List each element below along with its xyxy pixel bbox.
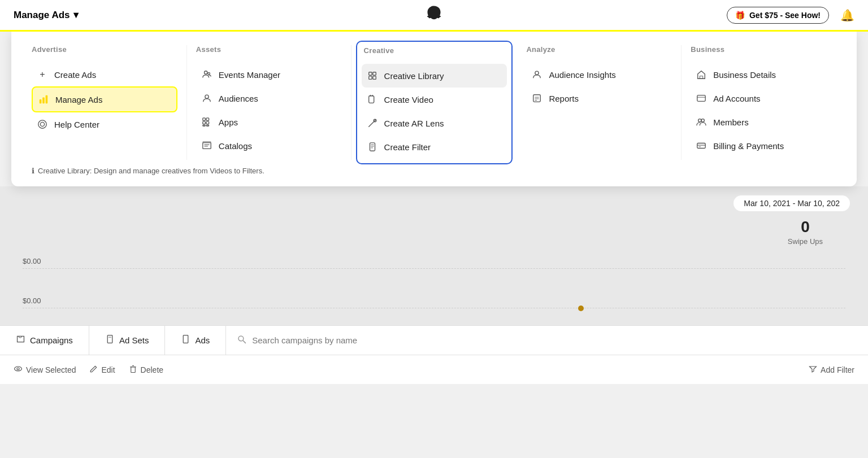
view-selected-button[interactable]: View Selected [14,364,76,375]
info-icon: ℹ [32,167,34,175]
svg-rect-1 [42,97,45,103]
catalogs-label: Catalogs [219,141,252,151]
ad-accounts-label: Ad Accounts [713,94,760,103]
manage-ads-label: Manage Ads [55,95,102,104]
campaigns-label: Campaigns [30,335,73,345]
apps-item[interactable]: Apps [196,110,342,134]
promo-button[interactable]: 🎁 Get $75 - See How! [727,7,829,24]
audiences-item[interactable]: Audiences [196,86,342,110]
reports-label: Reports [549,94,579,103]
advertise-title: Advertise [32,45,177,54]
business-column: Business Business Details Ad Ac [682,45,845,160]
svg-point-5 [204,71,207,74]
svg-rect-16 [368,72,371,75]
members-label: Members [713,117,749,127]
edit-icon [89,365,98,375]
svg-rect-42 [107,335,112,343]
reports-item[interactable]: Reports [526,86,672,110]
ad-accounts-item[interactable]: Ad Accounts [691,86,836,110]
add-filter-label: Add Filter [821,365,854,374]
create-ar-lens-icon [366,117,379,129]
audience-insights-label: Audience Insights [549,70,615,80]
swipe-ups-area: 0 Swipe Ups [0,218,868,246]
create-filter-item[interactable]: Create Filter [362,135,507,159]
delete-button[interactable]: Delete [129,365,163,375]
chart-dashed-line-2 [23,308,845,308]
creative-library-hint: ℹ Creative Library: Design and manage cr… [32,167,836,175]
svg-point-37 [698,119,701,122]
edit-button[interactable]: Edit [89,365,115,375]
create-video-label: Create Video [384,95,433,104]
campaign-search-input[interactable] [252,335,857,345]
members-item[interactable]: Members [691,110,836,134]
manage-ads-label: Manage Ads [14,10,70,21]
svg-rect-0 [40,99,42,103]
advertise-column: Advertise + Create Ads Manage Ads [23,45,187,160]
swipe-ups-box: 0 Swipe Ups [788,218,823,246]
date-range[interactable]: Mar 10, 2021 - Mar 10, 202 [734,195,850,211]
help-icon [36,118,49,130]
business-details-item[interactable]: Business Details [691,63,836,86]
manage-ads-item[interactable]: Manage Ads [32,86,177,112]
ad-sets-tab[interactable]: Ad Sets [89,326,166,355]
hint-text: Creative Library: Design and manage crea… [38,167,264,175]
create-video-item[interactable]: Create Video [362,88,507,111]
svg-point-6 [208,72,210,75]
nav-dropdown: Advertise + Create Ads Manage Ads [11,32,857,186]
bar-chart-icon [37,93,50,106]
create-filter-label: Create Filter [384,142,431,152]
billing-payments-item[interactable]: Billing & Payments [691,134,836,158]
ad-accounts-icon [695,92,708,104]
business-details-icon [695,68,708,81]
campaigns-tab[interactable]: Campaigns [0,326,89,355]
create-ads-item[interactable]: + Create Ads [32,63,177,86]
creative-library-label: Creative Library [384,71,444,81]
creative-column: Creative Creative Library [356,41,513,164]
ad-sets-label: Ad Sets [119,335,149,345]
svg-rect-49 [131,367,135,372]
view-icon [14,364,23,375]
create-ar-lens-item[interactable]: Create AR Lens [362,111,507,135]
creative-library-item[interactable]: Creative Library [362,64,507,88]
swipe-ups-label: Swipe Ups [788,237,823,246]
svg-point-48 [17,368,19,370]
svg-rect-30 [533,95,541,102]
audiences-icon [201,92,213,104]
notification-bell-icon[interactable]: 🔔 [840,8,854,22]
events-manager-label: Events Manager [219,70,280,80]
catalogs-item[interactable]: Catalogs [196,134,342,158]
apps-label: Apps [219,117,238,127]
svg-line-46 [243,341,245,343]
ads-tab[interactable]: Ads [165,326,226,355]
add-filter-button[interactable]: Add Filter [809,365,854,375]
billing-payments-label: Billing & Payments [713,141,784,151]
svg-point-3 [38,120,46,128]
top-navigation: Manage Ads ▾ 🎁 Get $75 - See How! 🔔 [0,0,868,32]
top-nav-right: 🎁 Get $75 - See How! 🔔 [727,7,854,24]
chart-data-point [578,306,584,311]
creative-title: Creative [362,46,507,55]
chart-label-1: $0.00 [23,257,41,265]
audience-insights-icon [531,68,543,81]
chart-dashed-line-1 [23,268,845,269]
svg-rect-44 [184,335,189,343]
create-video-icon [366,93,379,106]
svg-rect-35 [697,95,705,102]
help-center-label: Help Center [54,120,99,129]
audiences-label: Audiences [219,94,258,103]
campaign-search-tab[interactable] [226,335,868,346]
svg-rect-19 [372,76,375,79]
reports-icon [531,92,543,104]
swipe-ups-count: 0 [788,218,823,236]
events-manager-item[interactable]: Events Manager [196,63,342,86]
svg-rect-12 [203,125,206,126]
ads-icon [181,334,190,346]
audience-insights-item[interactable]: Audience Insights [526,63,672,86]
billing-icon [695,139,708,152]
svg-rect-20 [368,96,374,103]
search-icon [237,335,246,346]
help-center-item[interactable]: Help Center [32,112,177,136]
manage-ads-menu[interactable]: Manage Ads ▾ [14,9,79,21]
svg-rect-11 [206,121,209,124]
svg-rect-8 [203,118,206,121]
